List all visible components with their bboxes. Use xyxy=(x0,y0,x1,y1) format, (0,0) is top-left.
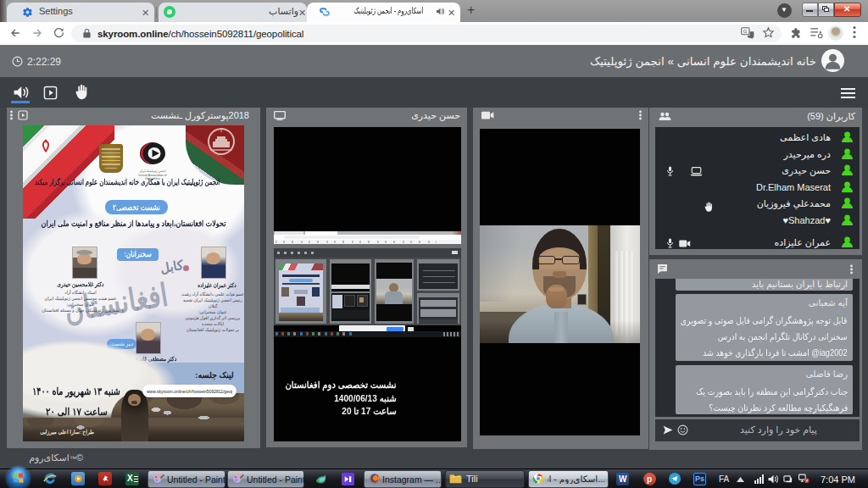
svg-text:G: G xyxy=(743,29,748,34)
